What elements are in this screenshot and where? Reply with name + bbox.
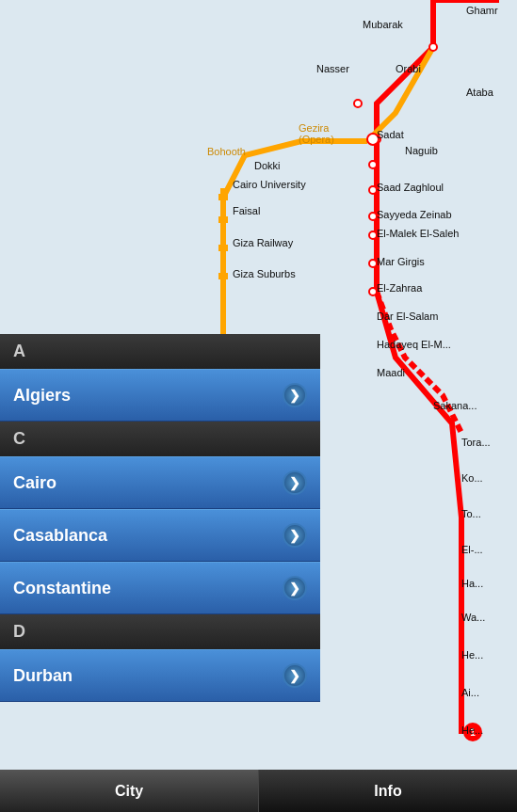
svg-point-10 <box>369 260 377 267</box>
station-zahraa: El-Zahraa <box>377 282 422 294</box>
station-el: El-... <box>461 544 483 555</box>
station-dar: Dar El-Salam <box>377 310 438 322</box>
station-giza-railway: Giza Railway <box>233 237 293 248</box>
tab-city[interactable]: City <box>0 770 259 812</box>
section-header-a: A <box>0 334 320 369</box>
station-faisal: Faisal <box>233 205 260 216</box>
station-hadayeq: Hadayeq El-M... <box>377 339 451 350</box>
tab-bar: City Info <box>0 770 517 812</box>
svg-rect-15 <box>218 273 228 279</box>
city-label-casablanca: Casablanca <box>13 526 107 546</box>
chevron-icon-durban: ❯ <box>283 663 307 688</box>
city-label-constantine: Constantine <box>13 579 111 598</box>
svg-point-3 <box>429 43 437 51</box>
list-item-algiers[interactable]: Algiers ❯ <box>0 369 320 422</box>
section-header-c: C <box>0 422 320 456</box>
station-ha: Ha... <box>461 578 483 589</box>
station-maadi: Maadi <box>377 367 405 378</box>
chevron-icon-constantine: ❯ <box>283 576 307 600</box>
station-tora: Tora... <box>461 437 491 448</box>
svg-rect-14 <box>218 245 228 251</box>
station-wa: Wa... <box>461 612 485 623</box>
station-sadat: Sadat <box>377 129 404 140</box>
city-label-cairo: Cairo <box>13 473 57 493</box>
city-label-algiers: Algiers <box>13 386 71 406</box>
svg-rect-12 <box>218 194 228 200</box>
station-mar: Mar Girgis <box>377 256 425 267</box>
svg-point-11 <box>369 288 377 295</box>
station-nasser: Nasser <box>316 63 349 74</box>
station-ko: Ko... <box>461 472 483 484</box>
svg-point-9 <box>369 231 377 239</box>
station-saad: Saad Zaghloul <box>377 182 444 193</box>
list-item-constantine[interactable]: Constantine ❯ <box>0 562 320 614</box>
station-giza-suburbs: Giza Suburbs <box>233 268 296 279</box>
station-sakana: Sakana... <box>433 400 477 411</box>
tab-city-label: City <box>115 783 143 800</box>
station-to: To... <box>461 508 481 519</box>
station-ghamr: Ghamr <box>466 5 498 16</box>
city-list-panel: A Algiers ❯ C Cairo ❯ Casablanca ❯ Const… <box>0 334 320 770</box>
station-gezira: Gezira(Opera) <box>299 122 334 145</box>
station-malek: El-Malek El-Saleh <box>377 228 459 239</box>
svg-rect-13 <box>218 216 228 223</box>
station-orabi: Orabi <box>396 63 421 74</box>
station-mubarak: Mubarak <box>363 19 403 30</box>
section-header-d: D <box>0 614 320 649</box>
tab-info-label: Info <box>374 783 401 800</box>
list-item-cairo[interactable]: Cairo ❯ <box>0 456 320 509</box>
station-ataba: Ataba <box>466 87 493 98</box>
svg-point-8 <box>369 213 377 220</box>
svg-point-7 <box>369 186 377 194</box>
tab-info[interactable]: Info <box>259 770 517 812</box>
station-he2: He... <box>461 724 483 736</box>
chevron-icon-algiers: ❯ <box>283 383 307 407</box>
station-sayyeda: Sayyeda Zeinab <box>377 209 452 220</box>
station-cairo-uni: Cairo University <box>233 179 306 190</box>
svg-point-6 <box>369 161 377 168</box>
station-naguib: Naguib <box>405 145 438 156</box>
chevron-icon-cairo: ❯ <box>283 470 307 495</box>
list-item-casablanca[interactable]: Casablanca ❯ <box>0 509 320 562</box>
station-ai: Ai... <box>461 687 479 698</box>
station-bohooth: Bohooth <box>207 146 246 157</box>
city-label-durban: Durban <box>13 666 73 686</box>
list-item-durban[interactable]: Durban ❯ <box>0 649 320 702</box>
station-he1: He... <box>461 649 483 661</box>
svg-point-4 <box>354 100 362 107</box>
chevron-icon-casablanca: ❯ <box>283 523 307 548</box>
station-dokki: Dokki <box>254 160 281 171</box>
